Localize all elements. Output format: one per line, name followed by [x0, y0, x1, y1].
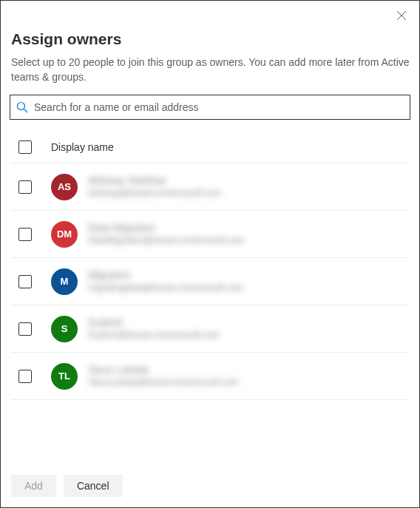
page-title: Assign owners	[10, 30, 410, 48]
row-checkbox[interactable]	[18, 228, 32, 241]
close-button[interactable]	[393, 7, 410, 24]
user-display-name: Tarun Lamba	[88, 365, 192, 376]
dialog-footer: Add Cancel	[11, 475, 123, 497]
avatar: AS	[51, 174, 78, 200]
page-subtitle: Select up to 20 people to join this grou…	[10, 55, 410, 84]
avatar: S	[51, 316, 78, 342]
svg-point-2	[18, 103, 25, 110]
user-email: migratingdata@tenant.onmicrosoft.com	[88, 283, 280, 293]
avatar: DM	[51, 221, 78, 248]
row-checkbox[interactable]	[18, 322, 32, 336]
user-email: TarunLamba@tenant.onmicrosoft.com	[88, 378, 280, 387]
svg-line-3	[24, 109, 28, 113]
row-checkbox[interactable]	[18, 370, 32, 383]
cancel-button[interactable]: Cancel	[64, 475, 123, 497]
select-all-checkbox[interactable]	[18, 140, 32, 154]
user-display-name: Data Migration	[88, 223, 192, 234]
search-box[interactable]	[10, 95, 410, 120]
search-input[interactable]	[34, 101, 404, 113]
row-checkbox[interactable]	[18, 275, 32, 288]
list-item[interactable]: M Migration migratingdata@tenant.onmicro…	[11, 258, 409, 305]
user-email: Abhinay@tenant.onmicrosoft.com	[88, 189, 280, 198]
user-list: Display name AS Abhinay Shekhar Abhinay@…	[11, 133, 409, 400]
add-button[interactable]: Add	[11, 475, 56, 497]
avatar: TL	[51, 363, 78, 390]
user-email: DataMigration@tenant.onmicrosoft.com	[88, 236, 280, 245]
list-item[interactable]: S Sudesh Sudesh@tenant.onmicrosoft.com	[11, 305, 409, 353]
list-item[interactable]: DM Data Migration DataMigration@tenant.o…	[11, 211, 409, 258]
list-item[interactable]: TL Tarun Lamba TarunLamba@tenant.onmicro…	[11, 353, 409, 400]
user-display-name: Abhinay Shekhar	[88, 175, 192, 186]
avatar: M	[51, 268, 78, 295]
user-display-name: Migration	[88, 270, 192, 281]
user-display-name: Sudesh	[88, 317, 192, 328]
user-email: Sudesh@tenant.onmicrosoft.com	[88, 331, 280, 340]
close-icon	[396, 10, 407, 21]
search-icon	[16, 101, 28, 113]
column-header-displayname[interactable]: Display name	[51, 141, 114, 153]
list-header: Display name	[11, 133, 409, 163]
list-item[interactable]: AS Abhinay Shekhar Abhinay@tenant.onmicr…	[11, 163, 409, 211]
row-checkbox[interactable]	[18, 180, 32, 194]
